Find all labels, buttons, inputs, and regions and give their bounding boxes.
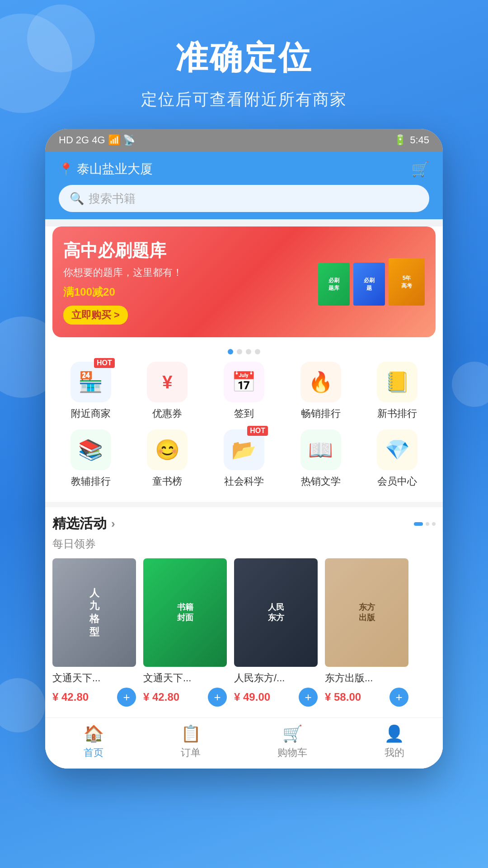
banner-book-2: 必刷题 [353, 263, 385, 306]
add-to-cart-2[interactable]: + [208, 688, 227, 707]
status-bar: HD 2G 4G 📶 📡 🔋 5:45 [45, 129, 443, 151]
cat-nearby-shops[interactable]: 🏪 HOT 附近商家 [56, 362, 125, 420]
book-name-1: 文通天下... [52, 671, 136, 685]
featured-arrow-icon[interactable]: › [111, 517, 115, 531]
book-price-row-3: ¥ 49.00 + [234, 688, 318, 707]
search-bar[interactable]: 🔍 搜索书籍 [59, 185, 429, 212]
banner-title: 高中必刷题库 [63, 239, 318, 262]
cat-checkin-label: 签到 [234, 407, 254, 420]
cat-textbooks-label: 教辅排行 [71, 475, 111, 488]
book-cover-1: 人九格型 [52, 558, 136, 667]
phone-mockup: HD 2G 4G 📶 📡 🔋 5:45 📍 泰山盐业大厦 🛒 🔍 [0, 129, 488, 769]
banner-subtitle: 你想要的题库，这里都有！ [63, 266, 318, 279]
banner-left: 高中必刷题库 你想要的题库，这里都有！ 满100减20 立即购买 > [63, 239, 318, 325]
banner-dot-4 [255, 349, 260, 354]
cat-member-center[interactable]: 💎 会员中心 [363, 429, 432, 488]
banner-dot-2 [237, 349, 242, 354]
hot-badge: HOT [94, 358, 115, 368]
home-icon: 🏠 [84, 724, 104, 743]
bottom-nav: 🏠 首页 📋 订单 🛒 购物车 👤 我的 [45, 717, 443, 769]
page-subtitle: 定位后可查看附近所有商家 [0, 89, 488, 111]
hd-indicator: HD [59, 134, 73, 146]
featured-title: 精选活动 › [52, 514, 115, 533]
book-price-3: ¥ 49.00 [234, 691, 270, 703]
checkin-icon: 📅 [231, 370, 256, 394]
book-item-2[interactable]: 书籍封面 文通天下... ¥ 42.80 + [143, 558, 227, 707]
banner-buy-button[interactable]: 立即购买 > [63, 306, 128, 325]
section-divider [45, 502, 443, 507]
nav-home[interactable]: 🏠 首页 [84, 724, 104, 760]
cat-hot-literature[interactable]: 📖 热销文学 [286, 429, 355, 488]
network-4g: 4G [92, 134, 105, 146]
book-price-1: ¥ 42.80 [52, 691, 89, 703]
featured-dots [414, 522, 436, 526]
book-price-row-1: ¥ 42.80 + [52, 688, 136, 707]
book-price-2: ¥ 42.80 [143, 691, 179, 703]
promo-banner[interactable]: 高中必刷题库 你想要的题库，这里都有！ 满100减20 立即购买 > 必刷题库 … [52, 226, 436, 337]
childrens-icon: 😊 [155, 438, 180, 462]
add-to-cart-1[interactable]: + [117, 688, 136, 707]
add-to-cart-4[interactable]: + [389, 688, 408, 707]
bestseller-icon: 🔥 [308, 370, 333, 394]
book-item-4[interactable]: 东方出版 东方出版... ¥ 58.00 + [325, 558, 408, 707]
clock: 5:45 [410, 134, 429, 146]
orders-icon: 📋 [181, 724, 201, 743]
banner-book-3: 5年高考 [389, 258, 425, 306]
social-science-icon: 📂 [231, 438, 256, 462]
add-to-cart-3[interactable]: + [299, 688, 318, 707]
nav-profile[interactable]: 👤 我的 [384, 724, 404, 760]
book-item-1[interactable]: 人九格型 文通天下... ¥ 42.80 + [52, 558, 136, 707]
category-row-1: 🏪 HOT 附近商家 ¥ 优惠券 📅 [52, 362, 436, 420]
hot-badge-2: HOT [247, 426, 268, 436]
location-pin-icon: 📍 [59, 162, 73, 176]
featured-dot-2 [426, 522, 429, 526]
status-right: 🔋 5:45 [394, 134, 429, 146]
banner-dots [45, 344, 443, 357]
book-cover-3: 人民东方 [234, 558, 318, 667]
header-cart-icon[interactable]: 🛒 [411, 160, 429, 178]
search-placeholder-text: 搜索书籍 [89, 191, 136, 207]
cat-coupons-label: 优惠券 [152, 407, 182, 420]
nav-cart[interactable]: 🛒 购物车 [277, 724, 307, 760]
nav-orders[interactable]: 📋 订单 [181, 724, 201, 760]
books-grid: 人九格型 文通天下... ¥ 42.80 + 书籍封面 文通天下... [52, 558, 436, 710]
location-row: 📍 泰山盐业大厦 🛒 [59, 160, 429, 178]
app-header: 📍 泰山盐业大厦 🛒 🔍 搜索书籍 [45, 151, 443, 219]
book-price-row-4: ¥ 58.00 + [325, 688, 408, 707]
profile-icon: 👤 [384, 724, 404, 743]
categories: 🏪 HOT 附近商家 ¥ 优惠券 📅 [45, 357, 443, 502]
book-price-4: ¥ 58.00 [325, 691, 361, 703]
cat-new-books-label: 新书排行 [377, 407, 417, 420]
cat-checkin[interactable]: 📅 签到 [210, 362, 279, 420]
main-content: 高中必刷题库 你想要的题库，这里都有！ 满100减20 立即购买 > 必刷题库 … [45, 226, 443, 769]
banner-dot-1 [228, 349, 233, 354]
location-name: 泰山盐业大厦 [77, 160, 153, 178]
cat-new-books[interactable]: 📒 新书排行 [363, 362, 432, 420]
book-item-3[interactable]: 人民东方 人民东方/... ¥ 49.00 + [234, 558, 318, 707]
cat-childrens[interactable]: 😊 童书榜 [133, 429, 202, 488]
nav-cart-label: 购物车 [277, 746, 307, 760]
banner-book-1: 必刷题库 [318, 263, 350, 306]
featured-section: 精选活动 › 每日领券 人九格型 [45, 507, 443, 717]
hot-literature-icon: 📖 [308, 438, 333, 462]
network-2g: 2G [76, 134, 89, 146]
signal-icon: 📶 [108, 134, 120, 146]
banner-discount: 满100减20 [63, 285, 318, 299]
featured-title-text: 精选活动 [52, 514, 107, 533]
location-left[interactable]: 📍 泰山盐业大厦 [59, 160, 153, 178]
book-price-row-2: ¥ 42.80 + [143, 688, 227, 707]
status-left: HD 2G 4G 📶 📡 [59, 134, 135, 146]
category-row-2: 📚 教辅排行 😊 童书榜 📂 HOT [52, 429, 436, 488]
featured-dot-active [414, 522, 423, 526]
banner-dot-3 [246, 349, 251, 354]
cat-bestseller[interactable]: 🔥 畅销排行 [286, 362, 355, 420]
nav-profile-label: 我的 [385, 746, 404, 760]
book-name-4: 东方出版... [325, 671, 408, 685]
phone-body: HD 2G 4G 📶 📡 🔋 5:45 📍 泰山盐业大厦 🛒 🔍 [45, 129, 443, 769]
cat-childrens-label: 童书榜 [152, 475, 182, 488]
cat-social-science[interactable]: 📂 HOT 社会科学 [210, 429, 279, 488]
featured-dot-3 [432, 522, 436, 526]
cat-coupons[interactable]: ¥ 优惠券 [133, 362, 202, 420]
cat-textbooks[interactable]: 📚 教辅排行 [56, 429, 125, 488]
book-name-3: 人民东方/... [234, 671, 318, 685]
